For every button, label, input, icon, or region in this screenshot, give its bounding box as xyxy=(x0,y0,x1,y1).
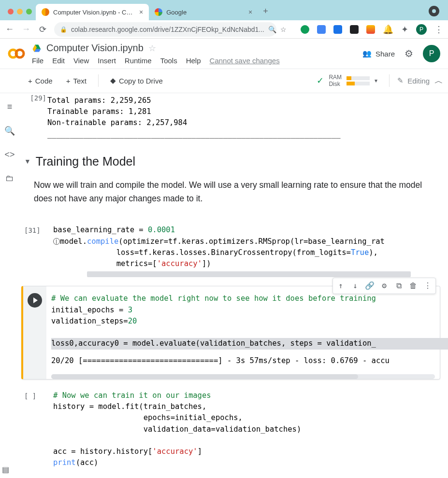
code-cell[interactable]: [31] base_learning_rate = 0.0001 model.c… xyxy=(19,224,444,279)
google-favicon-icon xyxy=(155,8,162,16)
code-content[interactable]: base_learning_rate = 0.0001 model.compil… xyxy=(53,225,444,269)
resource-meters xyxy=(347,76,370,85)
extension-icon[interactable] xyxy=(350,25,359,34)
chevron-down-icon[interactable]: ▾ xyxy=(375,77,377,84)
minimize-window-icon[interactable] xyxy=(17,9,23,14)
cell-output: 20/20 [==============================] -… xyxy=(23,353,440,371)
new-tab-button[interactable]: + xyxy=(258,2,273,20)
menu-runtime[interactable]: Runtime xyxy=(125,56,152,65)
tab-title: Computer Vision.ipynb - Colab xyxy=(53,9,135,16)
tab-title: Google xyxy=(166,9,187,16)
maximize-window-icon[interactable] xyxy=(26,9,32,14)
text-cursor-icon xyxy=(53,238,60,245)
section-toggle-icon[interactable]: ▼ xyxy=(24,156,31,167)
cell-output: Total params: 2,259,265 Trainable params… xyxy=(19,93,444,140)
copy-to-drive-button[interactable]: ◆ Copy to Drive xyxy=(105,73,168,88)
mirror-cell-icon[interactable]: ⧉ xyxy=(392,279,405,293)
browser-tab-strip: Computer Vision.ipynb - Colab × Google ×… xyxy=(0,0,448,20)
star-icon[interactable]: ☆ xyxy=(148,43,156,54)
section-heading: Training the Model xyxy=(36,153,135,171)
menu-tools[interactable]: Tools xyxy=(160,56,177,65)
omnibox[interactable]: 🔒 colab.research.google.com/drive/1ZZXnC… xyxy=(54,22,276,37)
drive-icon: ◆ xyxy=(110,76,116,85)
tab-colab[interactable]: Computer Vision.ipynb - Colab × xyxy=(36,4,149,20)
extension-icon[interactable] xyxy=(333,25,342,34)
exec-count: [29] xyxy=(20,93,46,103)
files-icon[interactable]: 🗀 xyxy=(5,173,14,183)
cannot-save-notice[interactable]: Cannot save changes xyxy=(210,56,280,65)
colab-header: Computer Vision.ipynb ☆ File Edit View I… xyxy=(0,39,448,69)
run-gutter xyxy=(23,286,46,379)
url-text: colab.research.google.com/drive/1ZZXnCjF… xyxy=(71,26,264,33)
bookmark-star-icon[interactable]: ☆ xyxy=(280,26,287,33)
extension-icon[interactable] xyxy=(366,25,375,34)
pencil-icon: ✎ xyxy=(397,76,404,85)
editing-mode-button[interactable]: ✎ Editing xyxy=(397,76,430,85)
menu-insert[interactable]: Insert xyxy=(98,56,116,65)
chrome-profile-icon[interactable] xyxy=(429,6,439,16)
notebook-content[interactable]: [29] Total params: 2,259,265 Trainable p… xyxy=(19,93,448,478)
extensions-menu-icon[interactable]: ✦ xyxy=(401,24,408,35)
menu-help[interactable]: Help xyxy=(186,56,201,65)
tab-google[interactable]: Google × xyxy=(149,4,258,20)
horizontal-scrollbar[interactable] xyxy=(87,271,411,277)
close-window-icon[interactable] xyxy=(8,9,14,14)
notebook-toolbar: + Code + Text ◆ Copy to Drive ✓ RAM Disk… xyxy=(0,69,448,93)
code-snippets-icon[interactable]: <> xyxy=(4,150,14,160)
share-button[interactable]: 👥 Share xyxy=(362,49,395,58)
cell-toolbar: ↑ ↓ 🔗 ⚙ ⧉ 🗑 ⋮ xyxy=(332,278,436,294)
add-code-cell-button[interactable]: + Code xyxy=(23,74,58,88)
forward-button[interactable]: → xyxy=(21,24,31,34)
back-button[interactable]: ← xyxy=(5,24,14,34)
search-in-page-icon[interactable]: 🔍 xyxy=(268,26,276,33)
profile-avatar[interactable]: P xyxy=(416,24,427,35)
window-controls xyxy=(4,9,36,20)
link-icon[interactable]: 🔗 xyxy=(363,279,376,293)
move-down-icon[interactable]: ↓ xyxy=(348,279,362,293)
colab-favicon-icon xyxy=(42,8,49,16)
menu-view[interactable]: View xyxy=(73,56,89,65)
check-icon: ✓ xyxy=(317,75,324,86)
separator xyxy=(389,74,390,87)
lock-icon: 🔒 xyxy=(60,26,67,33)
code-cell[interactable]: [ ] # Now we can train it on our images … xyxy=(19,389,444,470)
delete-cell-icon[interactable]: 🗑 xyxy=(406,279,420,293)
menu-bar: File Edit View Insert Runtime Tools Help… xyxy=(32,56,280,65)
separator xyxy=(98,74,99,87)
user-avatar[interactable]: P xyxy=(423,45,440,62)
code-content[interactable]: # Now we can train it on our images hist… xyxy=(53,390,444,469)
close-tab-icon[interactable]: × xyxy=(248,8,252,16)
extension-icon[interactable] xyxy=(317,25,326,34)
left-sidebar: ≡ 🔍 <> 🗀 ▤ xyxy=(0,93,19,478)
terminal-icon[interactable]: ▤ xyxy=(2,465,9,474)
colab-logo-icon[interactable] xyxy=(8,45,25,62)
address-bar: ← → ⟳ 🔒 colab.research.google.com/drive/… xyxy=(0,20,448,39)
share-icon: 👥 xyxy=(362,49,372,58)
more-icon[interactable]: ⋮ xyxy=(421,279,434,293)
exec-count: [ ] xyxy=(24,391,36,401)
chrome-menu-icon[interactable]: ⋮ xyxy=(434,24,443,35)
notebook-title[interactable]: Computer Vision.ipynb xyxy=(46,42,144,54)
extension-icon[interactable] xyxy=(301,25,309,34)
settings-gear-icon[interactable]: ⚙ xyxy=(405,48,413,59)
code-content[interactable]: # We can evaluate the model right now to… xyxy=(23,286,440,353)
menu-file[interactable]: File xyxy=(32,56,43,65)
close-tab-icon[interactable]: × xyxy=(139,8,143,16)
search-icon[interactable]: 🔍 xyxy=(4,126,15,136)
connection-status[interactable]: ✓ RAM Disk ▾ xyxy=(313,72,381,90)
drive-icon xyxy=(32,43,42,53)
menu-edit[interactable]: Edit xyxy=(52,56,65,65)
toc-icon[interactable]: ≡ xyxy=(7,102,13,112)
move-up-icon[interactable]: ↑ xyxy=(334,279,347,293)
add-text-cell-button[interactable]: + Text xyxy=(61,74,91,88)
notifications-icon[interactable]: 🔔 xyxy=(383,24,393,35)
selected-line: loss0,accuracy0 = model.evaluate(validat… xyxy=(51,338,448,349)
exec-count: [31] xyxy=(24,225,41,236)
collapse-header-icon[interactable]: ︿ xyxy=(434,75,443,86)
section-body: Now we will train and compile the model.… xyxy=(19,175,444,210)
reload-button[interactable]: ⟳ xyxy=(38,24,47,35)
run-cell-button[interactable] xyxy=(28,293,42,308)
horizontal-scrollbar[interactable] xyxy=(51,374,435,379)
active-code-cell[interactable]: ↑ ↓ 🔗 ⚙ ⧉ 🗑 ⋮ # We can evaluate the mode… xyxy=(21,286,440,380)
cell-settings-icon[interactable]: ⚙ xyxy=(377,279,391,293)
